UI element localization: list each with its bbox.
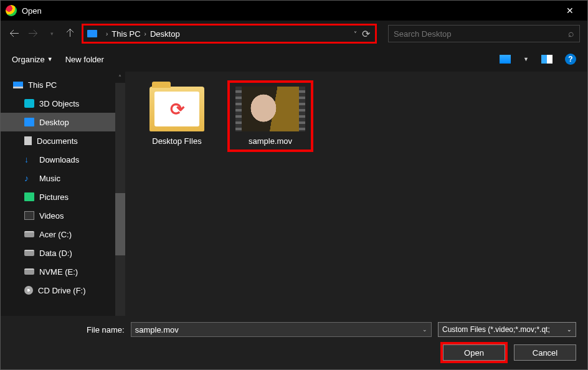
folder-icon: ⟳ bbox=[149, 87, 204, 131]
sidebar-item-cd-drive[interactable]: CD Drive (F:) bbox=[1, 281, 125, 300]
cube-icon bbox=[24, 99, 34, 108]
sidebar-item-drive-e[interactable]: NVME (E:) bbox=[1, 262, 125, 281]
recent-dropdown[interactable]: ▾ bbox=[45, 27, 58, 40]
titlebar: Open ✕ bbox=[1, 1, 587, 21]
search-icon[interactable]: ⌕ bbox=[568, 28, 574, 39]
file-list[interactable]: ⟳ Desktop FIles sample.mov bbox=[125, 72, 587, 316]
toolbar: Organize ▼ New folder ▼ ? bbox=[1, 47, 587, 72]
chevron-right-icon: › bbox=[145, 31, 146, 37]
pc-icon bbox=[13, 82, 23, 88]
chevron-down-icon[interactable]: ⌄ bbox=[422, 326, 427, 333]
search-box[interactable]: ⌕ bbox=[388, 25, 580, 42]
search-input[interactable] bbox=[394, 29, 568, 39]
video-thumbnail-icon bbox=[235, 87, 305, 131]
filename-label: File name: bbox=[87, 325, 125, 334]
sidebar-item-label: CD Drive (F:) bbox=[38, 286, 86, 295]
scroll-up-icon[interactable]: ˄ bbox=[118, 74, 121, 81]
desktop-icon bbox=[24, 118, 34, 126]
download-icon: ↓ bbox=[24, 155, 34, 164]
sidebar-item-label: Data (D:) bbox=[39, 249, 72, 258]
chevron-down-icon[interactable]: ▼ bbox=[523, 56, 529, 62]
sidebar-item-label: Desktop bbox=[39, 118, 69, 127]
sidebar: ˄ This PC 3D Objects Desktop Documents ↓ bbox=[1, 72, 125, 316]
back-button[interactable]: 🡠 bbox=[8, 27, 21, 40]
sidebar-item-label: Acer (C:) bbox=[39, 230, 72, 239]
cancel-button[interactable]: Cancel bbox=[514, 344, 576, 361]
breadcrumb[interactable]: › This PC › Desktop ˅ ⟳ bbox=[83, 25, 376, 42]
sidebar-item-music[interactable]: ♪ Music bbox=[1, 169, 125, 187]
breadcrumb-folder[interactable]: Desktop bbox=[150, 29, 180, 39]
chevron-down-icon: ▼ bbox=[47, 56, 53, 62]
sidebar-item-drive-d[interactable]: Data (D:) bbox=[1, 244, 125, 262]
up-button[interactable]: 🡡 bbox=[64, 27, 77, 40]
file-type-filter[interactable]: Custom Files (*.video;*.mov;*.qt; ⌄ bbox=[438, 322, 576, 337]
sidebar-item-downloads[interactable]: ↓ Downloads bbox=[1, 150, 125, 169]
window-title: Open bbox=[22, 6, 42, 16]
new-folder-button[interactable]: New folder bbox=[65, 55, 104, 64]
sidebar-item-label: Downloads bbox=[39, 155, 79, 164]
sidebar-item-documents[interactable]: Documents bbox=[1, 131, 125, 150]
drive-icon bbox=[24, 250, 34, 256]
document-icon bbox=[24, 136, 32, 145]
open-button[interactable]: Open bbox=[443, 344, 505, 361]
sidebar-item-this-pc[interactable]: This PC bbox=[1, 75, 125, 94]
forward-button[interactable]: 🡢 bbox=[27, 27, 39, 40]
open-button-label: Open bbox=[464, 348, 484, 358]
footer: File name: ⌄ Custom Files (*.video;*.mov… bbox=[1, 316, 587, 369]
sidebar-item-label: Music bbox=[39, 174, 60, 183]
folder-desktop-files[interactable]: ⟳ Desktop FIles bbox=[136, 83, 217, 149]
breadcrumb-root[interactable]: This PC bbox=[111, 29, 140, 39]
drive-icon bbox=[24, 231, 34, 237]
sidebar-item-label: Pictures bbox=[39, 192, 69, 202]
disc-icon bbox=[24, 286, 33, 295]
sidebar-item-desktop[interactable]: Desktop bbox=[1, 113, 125, 131]
chevron-right-icon: › bbox=[106, 31, 108, 37]
sidebar-item-videos[interactable]: Videos bbox=[1, 206, 125, 225]
sidebar-item-label: 3D Objects bbox=[39, 99, 79, 108]
filter-label: Custom Files (*.video;*.mov;*.qt; bbox=[442, 325, 550, 334]
filename-input[interactable] bbox=[135, 325, 422, 334]
chrome-icon bbox=[6, 5, 17, 16]
navbar: 🡠 🡢 ▾ 🡡 › This PC › Desktop ˅ ⟳ ⌕ bbox=[1, 21, 587, 47]
refresh-icon[interactable]: ⟳ bbox=[362, 28, 370, 40]
sidebar-item-label: Documents bbox=[37, 136, 78, 146]
breadcrumb-dropdown[interactable]: ˅ bbox=[354, 31, 357, 37]
new-folder-label: New folder bbox=[65, 55, 104, 64]
monitor-icon bbox=[87, 30, 97, 37]
sidebar-item-label: NVME (E:) bbox=[39, 267, 78, 277]
organize-menu[interactable]: Organize ▼ bbox=[12, 55, 53, 64]
sidebar-item-drive-c[interactable]: Acer (C:) bbox=[1, 225, 125, 244]
sidebar-item-pictures[interactable]: Pictures bbox=[1, 187, 125, 206]
preview-pane-button[interactable] bbox=[541, 55, 552, 64]
view-icons-button[interactable] bbox=[500, 55, 511, 64]
cancel-button-label: Cancel bbox=[533, 348, 557, 358]
chevron-down-icon: ⌄ bbox=[567, 326, 572, 333]
pictures-icon bbox=[24, 192, 34, 201]
sidebar-item-label: Videos bbox=[39, 211, 64, 221]
sidebar-item-3d-objects[interactable]: 3D Objects bbox=[1, 94, 125, 113]
close-button[interactable]: ✕ bbox=[557, 6, 582, 16]
scrollbar-thumb[interactable] bbox=[115, 193, 125, 255]
organize-label: Organize bbox=[12, 55, 45, 64]
drive-icon bbox=[24, 268, 34, 275]
file-label: sample.mov bbox=[249, 136, 292, 146]
help-button[interactable]: ? bbox=[565, 54, 576, 65]
file-label: Desktop FIles bbox=[152, 136, 201, 146]
sidebar-item-label: This PC bbox=[28, 80, 57, 90]
music-icon: ♪ bbox=[24, 174, 34, 183]
videos-icon bbox=[24, 211, 34, 220]
file-sample-mov[interactable]: sample.mov bbox=[230, 83, 311, 149]
filename-field[interactable]: ⌄ bbox=[131, 322, 432, 337]
open-dialog: Open ✕ 🡠 🡢 ▾ 🡡 › This PC › Desktop ˅ ⟳ ⌕… bbox=[0, 0, 588, 370]
